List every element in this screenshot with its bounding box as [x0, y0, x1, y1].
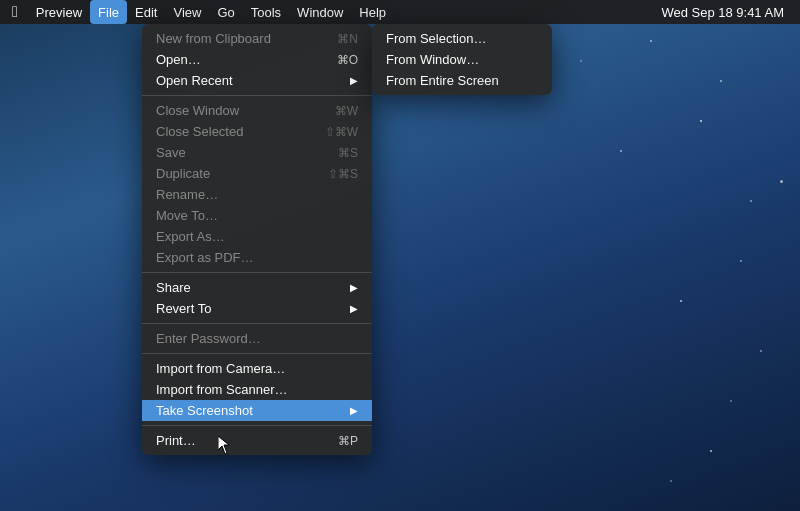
- menu-open-recent[interactable]: Open Recent ▶: [142, 70, 372, 91]
- menu-close-window[interactable]: Close Window ⌘W: [142, 100, 372, 121]
- menubar-help[interactable]: Help: [351, 0, 394, 24]
- menu-import-camera[interactable]: Import from Camera…: [142, 358, 372, 379]
- menubar-window[interactable]: Window: [289, 0, 351, 24]
- submenu-arrow-icon: ▶: [350, 405, 358, 416]
- menubar-file[interactable]: File: [90, 0, 127, 24]
- menu-close-selected[interactable]: Close Selected ⇧⌘W: [142, 121, 372, 142]
- menu-export-pdf[interactable]: Export as PDF…: [142, 247, 372, 268]
- menu-enter-password[interactable]: Enter Password…: [142, 328, 372, 349]
- menu-export-as[interactable]: Export As…: [142, 226, 372, 247]
- menu-share[interactable]: Share ▶: [142, 277, 372, 298]
- separator-1: [142, 95, 372, 96]
- menu-save[interactable]: Save ⌘S: [142, 142, 372, 163]
- menu-from-window[interactable]: From Window…: [372, 49, 552, 70]
- menu-rename[interactable]: Rename…: [142, 184, 372, 205]
- menu-take-screenshot[interactable]: Take Screenshot ▶: [142, 400, 372, 421]
- menu-move-to[interactable]: Move To…: [142, 205, 372, 226]
- menubar-tools[interactable]: Tools: [243, 0, 289, 24]
- menu-from-selection[interactable]: From Selection…: [372, 28, 552, 49]
- menubar:  Preview File Edit View Go Tools Window…: [0, 0, 800, 24]
- menu-revert-to[interactable]: Revert To ▶: [142, 298, 372, 319]
- apple-menu[interactable]: : [8, 0, 28, 24]
- separator-2: [142, 272, 372, 273]
- menubar-clock: Wed Sep 18 9:41 AM: [653, 5, 792, 20]
- separator-4: [142, 353, 372, 354]
- submenu-arrow-icon: ▶: [350, 303, 358, 314]
- menu-open[interactable]: Open… ⌘O: [142, 49, 372, 70]
- menu-duplicate[interactable]: Duplicate ⇧⌘S: [142, 163, 372, 184]
- submenu-arrow-icon: ▶: [350, 282, 358, 293]
- menubar-edit[interactable]: Edit: [127, 0, 165, 24]
- separator-5: [142, 425, 372, 426]
- menubar-view[interactable]: View: [165, 0, 209, 24]
- menubar-go[interactable]: Go: [209, 0, 242, 24]
- menu-print[interactable]: Print… ⌘P: [142, 430, 372, 451]
- menubar-preview[interactable]: Preview: [28, 0, 90, 24]
- submenu-arrow-icon: ▶: [350, 75, 358, 86]
- separator-3: [142, 323, 372, 324]
- menu-from-entire-screen[interactable]: From Entire Screen: [372, 70, 552, 91]
- menu-import-scanner[interactable]: Import from Scanner…: [142, 379, 372, 400]
- screenshot-submenu: From Selection… From Window… From Entire…: [372, 24, 552, 95]
- menu-new-from-clipboard[interactable]: New from Clipboard ⌘N: [142, 28, 372, 49]
- file-menu: New from Clipboard ⌘N Open… ⌘O Open Rece…: [142, 24, 372, 455]
